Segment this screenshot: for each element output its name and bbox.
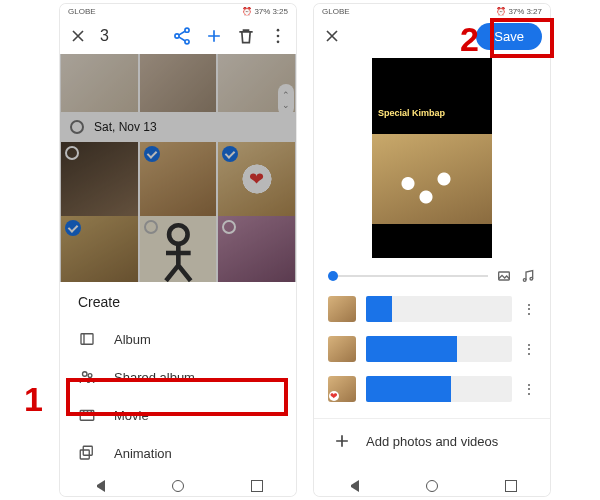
svg-rect-12 [80, 450, 89, 459]
timeline-slider[interactable] [314, 264, 550, 288]
battery-label: 37% [254, 7, 270, 16]
callout-number-2: 2 [460, 20, 479, 59]
svg-rect-11 [83, 446, 92, 455]
photo-thumb[interactable] [140, 54, 217, 112]
add-photos-label: Add photos and videos [366, 434, 498, 449]
close-icon[interactable] [322, 26, 342, 46]
selected-icon [222, 146, 238, 162]
callout-box-1 [66, 378, 288, 416]
svg-point-16 [530, 277, 533, 280]
svg-point-8 [83, 372, 88, 377]
add-photos-row[interactable]: Add photos and videos [314, 418, 550, 451]
home-button[interactable] [426, 480, 438, 492]
preview-title-overlay: Special Kimbap [378, 108, 445, 118]
photo-thumb[interactable] [218, 216, 295, 290]
clip-row[interactable]: ❤ ⋮ [328, 372, 536, 406]
clip-duration-bar[interactable] [366, 296, 512, 322]
svg-point-5 [277, 41, 280, 44]
status-bar: GLOBE ⏰ 37% 3:25 [60, 4, 296, 18]
carrier-label: GLOBE [68, 7, 96, 16]
sheet-title: Create [78, 294, 278, 310]
alarm-icon: ⏰ [496, 7, 506, 16]
clip-row[interactable]: ⋮ [328, 332, 536, 366]
aspect-icon[interactable] [496, 268, 512, 284]
slider-thumb[interactable] [328, 271, 338, 281]
clip-thumb [328, 336, 356, 362]
svg-point-3 [277, 29, 280, 32]
close-icon[interactable] [68, 26, 88, 46]
selection-count: 3 [100, 27, 109, 45]
option-animation[interactable]: Animation [78, 434, 278, 472]
clip-overflow-icon[interactable]: ⋮ [522, 342, 536, 356]
photo-thumb[interactable] [140, 216, 217, 290]
photo-thumb[interactable]: ❤ [218, 142, 295, 216]
heart-icon: ❤ [240, 162, 274, 196]
svg-point-15 [523, 279, 526, 282]
svg-rect-7 [81, 334, 93, 345]
photo-thumb[interactable] [61, 142, 138, 216]
svg-point-4 [277, 35, 280, 38]
option-album[interactable]: Album [78, 320, 278, 358]
home-button[interactable] [172, 480, 184, 492]
photo-grid: ⌃⌄ Sat, Nov 13 ❤ [60, 54, 296, 294]
video-preview[interactable]: Special Kimbap [372, 58, 492, 258]
clip-duration-bar[interactable] [366, 376, 512, 402]
unselected-icon [222, 220, 236, 234]
status-bar: GLOBE ⏰ 37% 3:27 [314, 4, 550, 18]
battery-label: 37% [508, 7, 524, 16]
music-icon[interactable] [520, 268, 536, 284]
select-all-radio[interactable] [70, 120, 84, 134]
callout-number-1: 1 [24, 380, 43, 419]
svg-rect-14 [499, 272, 510, 280]
add-icon[interactable] [204, 26, 224, 46]
animation-icon [78, 443, 96, 463]
unselected-icon [65, 146, 79, 160]
share-icon[interactable] [172, 26, 192, 46]
trash-icon[interactable] [236, 26, 256, 46]
selected-icon [144, 146, 160, 162]
overflow-icon[interactable] [268, 26, 288, 46]
photo-thumb[interactable] [61, 216, 138, 290]
phone-right: GLOBE ⏰ 37% 3:27 Save Special Kimbap [314, 4, 550, 496]
section-date-label: Sat, Nov 13 [94, 120, 157, 134]
android-nav-bar [60, 476, 296, 496]
clip-thumb [328, 296, 356, 322]
recents-button[interactable] [505, 480, 517, 492]
back-button[interactable] [347, 480, 359, 492]
clip-duration-bar[interactable] [366, 336, 512, 362]
photo-thumb[interactable] [61, 54, 138, 112]
selected-icon [65, 220, 81, 236]
scroll-handle[interactable]: ⌃⌄ [278, 84, 294, 116]
plus-icon [332, 431, 352, 451]
svg-point-6 [169, 225, 188, 244]
photo-thumb[interactable] [140, 142, 217, 216]
selection-toolbar: 3 [60, 18, 296, 54]
carrier-label: GLOBE [322, 7, 350, 16]
callout-box-2 [490, 18, 554, 58]
clock-label: 3:27 [526, 7, 542, 16]
clip-row[interactable]: ⋮ [328, 292, 536, 326]
phone-left: GLOBE ⏰ 37% 3:25 3 [60, 4, 296, 496]
option-label: Album [114, 332, 151, 347]
clip-list: ⋮ ⋮ ❤ ⋮ [314, 288, 550, 418]
clip-overflow-icon[interactable]: ⋮ [522, 382, 536, 396]
svg-point-9 [88, 374, 92, 378]
clock-label: 3:25 [272, 7, 288, 16]
clip-thumb: ❤ [328, 376, 356, 402]
album-icon [78, 329, 96, 349]
unselected-icon [144, 220, 158, 234]
option-label: Animation [114, 446, 172, 461]
android-nav-bar [314, 476, 550, 496]
clip-overflow-icon[interactable]: ⋮ [522, 302, 536, 316]
back-button[interactable] [93, 480, 105, 492]
recents-button[interactable] [251, 480, 263, 492]
alarm-icon: ⏰ [242, 7, 252, 16]
